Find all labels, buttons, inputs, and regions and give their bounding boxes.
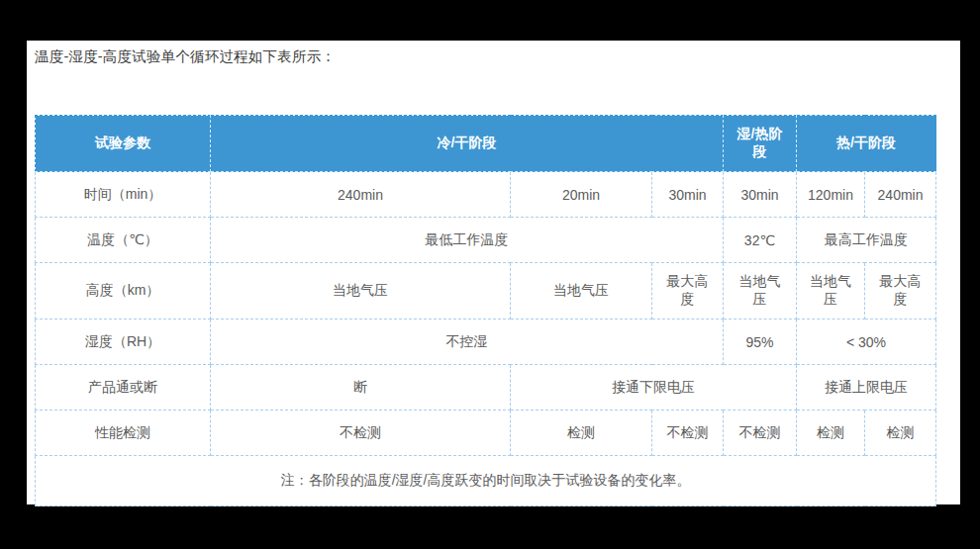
cell-detection-6: 检测: [865, 411, 936, 456]
table-row-temperature: 温度（℃） 最低工作温度 32℃ 最高工作温度: [36, 218, 936, 263]
cell-note: 注：各阶段的温度/湿度/高度跃变的时间取决于试验设备的变化率。: [36, 456, 936, 506]
cell-detection-2: 检测: [511, 411, 652, 456]
cell-altitude-6: 最大高度: [865, 263, 936, 320]
cell-detection-5: 检测: [797, 411, 865, 456]
cell-humidity-cold: 不控湿: [211, 320, 724, 365]
cell-time-5: 120min: [797, 172, 865, 218]
header-test-parameter: 试验参数: [36, 116, 211, 172]
cell-detection-1: 不检测: [211, 411, 511, 456]
cell-altitude-3: 最大高度: [652, 263, 724, 320]
cell-temperature-hot: 最高工作温度: [797, 218, 936, 263]
cell-detection-3: 不检测: [652, 411, 724, 456]
cell-altitude-4: 当地气压: [724, 263, 797, 320]
row-label-humidity: 湿度（RH）: [36, 320, 211, 365]
cell-power-upper-voltage: 接通上限电压: [797, 365, 936, 411]
page-title: 温度-湿度-高度试验单个循环过程如下表所示：: [35, 47, 336, 66]
cell-time-6: 240min: [865, 172, 936, 218]
table-body: 时间（min） 240min 20min 30min 30min 120min …: [36, 172, 936, 506]
header-cold-dry-stage: 冷/干阶段: [211, 116, 724, 172]
table-row-time: 时间（min） 240min 20min 30min 30min 120min …: [36, 172, 936, 218]
table-row-altitude: 高度（km） 当地气压 当地气压 最大高度 当地气压 当地气压 最大高度: [36, 263, 936, 320]
cell-power-lower-voltage: 接通下限电压: [511, 365, 797, 411]
table-row-humidity: 湿度（RH） 不控湿 95% < 30%: [36, 320, 936, 365]
cell-power-off: 断: [211, 365, 511, 411]
cell-temperature-wet: 32℃: [724, 218, 797, 263]
content-panel: 温度-湿度-高度试验单个循环过程如下表所示： 试验参数 冷/干阶段 湿/热阶段 …: [27, 41, 960, 504]
cell-humidity-wet: 95%: [724, 320, 797, 365]
cell-humidity-hot: < 30%: [797, 320, 936, 365]
cell-temperature-cold: 最低工作温度: [211, 218, 724, 263]
table-row-power: 产品通或断 断 接通下限电压 接通上限电压: [36, 365, 936, 411]
cell-time-1: 240min: [211, 172, 511, 218]
cell-detection-4: 不检测: [724, 411, 797, 456]
table-header: 试验参数 冷/干阶段 湿/热阶段 热/干阶段: [36, 116, 936, 172]
cell-time-2: 20min: [511, 172, 652, 218]
cell-altitude-5: 当地气压: [797, 263, 865, 320]
table-row-note: 注：各阶段的温度/湿度/高度跃变的时间取决于试验设备的变化率。: [36, 456, 936, 506]
table-row-detection: 性能检测 不检测 检测 不检测 不检测 检测 检测: [36, 411, 936, 456]
row-label-time: 时间（min）: [36, 172, 211, 218]
cell-time-4: 30min: [724, 172, 797, 218]
row-label-altitude: 高度（km）: [36, 263, 211, 320]
cell-altitude-2: 当地气压: [511, 263, 652, 320]
header-wet-hot-stage: 湿/热阶段: [724, 116, 797, 172]
cell-time-3: 30min: [652, 172, 724, 218]
row-label-detection: 性能检测: [36, 411, 211, 456]
header-row: 试验参数 冷/干阶段 湿/热阶段 热/干阶段: [36, 116, 936, 172]
row-label-power: 产品通或断: [36, 365, 211, 411]
header-hot-dry-stage: 热/干阶段: [797, 116, 936, 172]
row-label-temperature: 温度（℃）: [36, 218, 211, 263]
test-cycle-table: 试验参数 冷/干阶段 湿/热阶段 热/干阶段 时间（min） 240min 20…: [35, 115, 936, 506]
cell-altitude-1: 当地气压: [211, 263, 511, 320]
page-root: { "page": { "title": "温度-湿度-高度试验单个循环过程如下…: [0, 0, 980, 549]
